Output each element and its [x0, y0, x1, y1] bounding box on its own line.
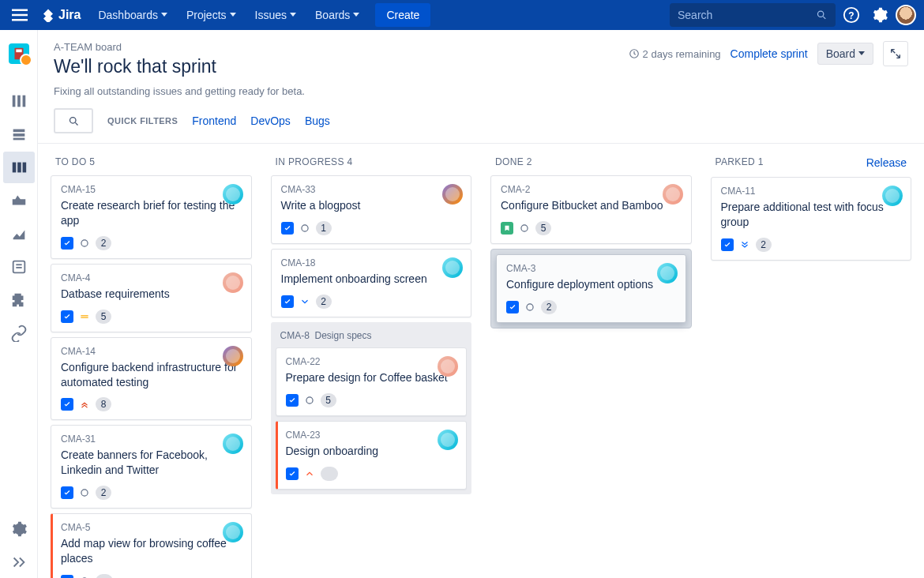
sidebar-settings-icon[interactable]: [3, 513, 35, 545]
assignee-avatar[interactable]: [223, 522, 243, 542]
nav-dashboards[interactable]: Dashboards: [90, 4, 175, 26]
issue-card[interactable]: CMA-3Configure deployment options2: [496, 254, 686, 323]
svg-rect-10: [17, 96, 21, 107]
filter-search-button[interactable]: [54, 108, 93, 133]
sidebar-backlog-icon[interactable]: [3, 85, 35, 117]
issue-key[interactable]: CMA-22: [286, 356, 457, 367]
sidebar-components-icon[interactable]: [3, 284, 35, 316]
nav-projects[interactable]: Projects: [178, 4, 244, 26]
sidebar-link-icon[interactable]: [3, 317, 35, 349]
settings-icon[interactable]: [867, 2, 892, 28]
estimate-badge: 1: [316, 221, 332, 235]
issue-key[interactable]: CMA-15: [61, 184, 242, 195]
column-title: TO DO 5: [55, 156, 95, 167]
issue-key[interactable]: CMA-5: [61, 522, 242, 533]
assignee-avatar[interactable]: [438, 430, 458, 450]
brand-text: Jira: [58, 8, 81, 22]
svg-point-3: [818, 11, 824, 17]
view-toggle[interactable]: Board: [817, 43, 873, 65]
issue-card[interactable]: CMA-4Datbase requirements5: [51, 264, 252, 332]
fullscreen-button[interactable]: [883, 41, 908, 66]
issue-title: Design onboarding: [286, 444, 457, 459]
group-header[interactable]: CMA-8 Design specs: [276, 327, 468, 347]
column-title: DONE 2: [495, 156, 532, 167]
issue-key[interactable]: CMA-3: [506, 263, 676, 274]
assignee-avatar[interactable]: [442, 184, 463, 205]
sidebar-board-icon[interactable]: [3, 152, 35, 183]
issue-card[interactable]: CMA-15Create research brief for testing …: [51, 175, 252, 259]
nav-dashboards-label: Dashboards: [98, 9, 158, 21]
complete-sprint-button[interactable]: Complete sprint: [731, 47, 808, 60]
sidebar-reports-icon[interactable]: [3, 218, 35, 250]
filter-bar: QUICK FILTERS Frontend DevOps Bugs: [38, 97, 924, 144]
assignee-avatar[interactable]: [882, 186, 903, 206]
issue-card[interactable]: CMA-22Prepare design for Coffee basket5: [276, 347, 468, 416]
nav-boards[interactable]: Boards: [307, 4, 367, 26]
issue-card[interactable]: CMA-2Configure Bitbucket and Bamboo5: [490, 175, 692, 244]
sidebar-active-icon[interactable]: [3, 118, 35, 150]
project-icon[interactable]: [3, 38, 35, 69]
priority-icon: [303, 467, 316, 480]
priority-icon: [78, 310, 91, 323]
issue-title: Configure deployment options: [506, 277, 676, 292]
sidebar-collapse-icon[interactable]: [3, 546, 35, 578]
create-button[interactable]: Create: [375, 3, 430, 27]
priority-icon: [78, 486, 91, 499]
task-type-icon: [281, 295, 294, 308]
sidebar-issues-icon[interactable]: [3, 251, 35, 283]
assignee-avatar[interactable]: [657, 263, 678, 283]
issue-card[interactable]: CMA-31Create banners for Facebook, Linke…: [51, 425, 252, 509]
svg-point-31: [521, 225, 528, 231]
assignee-avatar[interactable]: [223, 184, 243, 205]
svg-rect-17: [22, 163, 26, 173]
task-type-icon: [61, 310, 73, 323]
estimate-badge: 2: [96, 486, 111, 500]
issue-key[interactable]: CMA-23: [286, 430, 457, 441]
issue-card[interactable]: CMA-5Add map view for browsing coffee pl…: [51, 513, 252, 578]
issue-card[interactable]: CMA-23Design onboarding: [276, 421, 468, 490]
release-link[interactable]: Release: [866, 156, 907, 169]
issue-key[interactable]: CMA-33: [281, 184, 462, 195]
chevron-down-icon: [230, 13, 236, 20]
issue-card[interactable]: CMA-11Prepare additional test with focus…: [711, 177, 912, 261]
issue-key[interactable]: CMA-11: [721, 186, 902, 197]
issue-title: Add map view for browsing coffee places: [61, 536, 242, 566]
assignee-avatar[interactable]: [442, 257, 463, 278]
issue-card[interactable]: CMA-18Implement onboarding screen2: [271, 249, 472, 317]
search-field[interactable]: [678, 9, 816, 21]
assignee-avatar[interactable]: [223, 434, 243, 454]
estimate-badge-empty: [321, 467, 338, 481]
logo[interactable]: Jira: [41, 8, 81, 22]
assignee-avatar[interactable]: [223, 346, 243, 366]
app-switcher-icon[interactable]: [8, 3, 32, 27]
priority-icon: [518, 222, 531, 235]
filter-frontend[interactable]: Frontend: [192, 114, 236, 127]
drop-zone[interactable]: CMA-3Configure deployment options2: [490, 249, 692, 328]
help-icon[interactable]: ?: [839, 2, 864, 28]
filter-bugs[interactable]: Bugs: [305, 114, 330, 127]
estimate-badge-empty: [96, 574, 113, 578]
issue-card[interactable]: CMA-14Configure backend infrastructure f…: [51, 337, 252, 421]
assignee-avatar[interactable]: [663, 184, 683, 205]
task-type-icon: [721, 238, 734, 251]
user-avatar[interactable]: [896, 5, 916, 25]
card-group: CMA-8 Design specsCMA-22Prepare design f…: [271, 322, 472, 494]
issue-key[interactable]: CMA-14: [61, 346, 242, 357]
nav-issues[interactable]: Issues: [247, 4, 304, 26]
estimate-badge: 8: [96, 397, 111, 411]
issue-card[interactable]: CMA-33Write a blogpost1: [271, 175, 472, 244]
issue-key[interactable]: CMA-4: [61, 272, 242, 283]
assignee-avatar[interactable]: [223, 272, 243, 293]
assignee-avatar[interactable]: [438, 356, 458, 377]
search-input[interactable]: [670, 3, 836, 27]
sidebar-releases-icon[interactable]: [3, 185, 35, 216]
issue-key[interactable]: CMA-31: [61, 434, 242, 445]
task-type-icon: [286, 467, 299, 480]
chevron-down-icon: [290, 13, 296, 20]
svg-point-29: [301, 225, 307, 231]
issue-key[interactable]: CMA-2: [501, 184, 682, 195]
filter-devops[interactable]: DevOps: [250, 114, 291, 127]
svg-line-4: [823, 17, 825, 19]
issue-key[interactable]: CMA-18: [281, 257, 462, 268]
task-type-icon: [61, 237, 73, 250]
